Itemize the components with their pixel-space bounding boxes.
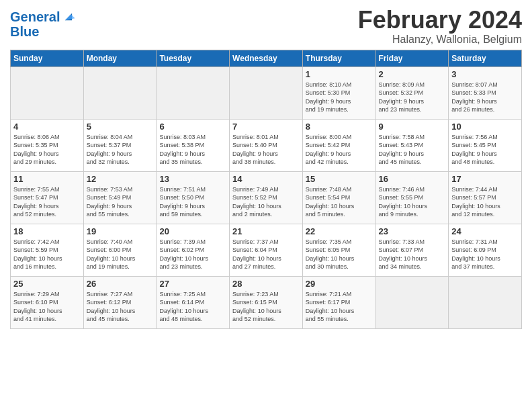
calendar-cell: 16Sunrise: 7:46 AM Sunset: 5:55 PM Dayli… [375,171,449,224]
day-number: 15 [306,174,373,184]
day-number: 28 [232,279,300,289]
day-number: 13 [159,174,226,184]
day-info: Sunrise: 8:03 AM Sunset: 5:38 PM Dayligh… [159,133,226,167]
calendar-week-3: 11Sunrise: 7:55 AM Sunset: 5:47 PM Dayli… [11,171,522,224]
title-block: February 2024 Halanzy, Wallonia, Belgium [358,7,522,46]
logo-blue-text: Blue [10,24,76,39]
calendar-cell: 10Sunrise: 7:56 AM Sunset: 5:45 PM Dayli… [449,119,522,171]
month-title: February 2024 [358,7,522,34]
calendar-cell: 1Sunrise: 8:10 AM Sunset: 5:30 PM Daylig… [302,66,375,119]
calendar-cell: 24Sunrise: 7:31 AM Sunset: 6:09 PM Dayli… [449,224,522,276]
day-info: Sunrise: 8:07 AM Sunset: 5:33 PM Dayligh… [451,81,519,114]
day-info: Sunrise: 8:00 AM Sunset: 5:42 PM Dayligh… [306,133,373,167]
calendar-cell [375,276,449,328]
calendar-table: SundayMondayTuesdayWednesdayThursdayFrid… [10,50,522,329]
day-info: Sunrise: 8:09 AM Sunset: 5:32 PM Dayligh… [379,81,446,114]
calendar-cell: 28Sunrise: 7:23 AM Sunset: 6:15 PM Dayli… [230,276,303,328]
col-header-wednesday: Wednesday [230,50,303,66]
col-header-thursday: Thursday [302,50,375,66]
day-number: 24 [451,226,519,236]
day-number: 29 [306,279,373,289]
calendar-cell [157,66,230,119]
day-number: 20 [159,226,226,236]
day-info: Sunrise: 7:44 AM Sunset: 5:57 PM Dayligh… [451,185,519,219]
calendar-cell: 2Sunrise: 8:09 AM Sunset: 5:32 PM Daylig… [375,66,449,119]
header: General Blue February 2024 Halanzy, Wall… [10,7,522,46]
col-header-sunday: Sunday [11,50,84,66]
calendar-cell: 23Sunrise: 7:33 AM Sunset: 6:07 PM Dayli… [375,224,449,276]
day-info: Sunrise: 7:55 AM Sunset: 5:47 PM Dayligh… [13,185,81,219]
day-info: Sunrise: 7:46 AM Sunset: 5:55 PM Dayligh… [379,185,446,219]
day-info: Sunrise: 7:40 AM Sunset: 6:00 PM Dayligh… [87,238,154,271]
calendar-cell: 25Sunrise: 7:29 AM Sunset: 6:10 PM Dayli… [11,276,84,328]
day-number: 5 [87,122,154,132]
calendar-cell: 12Sunrise: 7:53 AM Sunset: 5:49 PM Dayli… [83,171,157,224]
calendar-cell: 5Sunrise: 8:04 AM Sunset: 5:37 PM Daylig… [83,119,157,171]
day-info: Sunrise: 7:39 AM Sunset: 6:02 PM Dayligh… [159,238,226,271]
day-number: 26 [87,279,154,289]
calendar-cell: 3Sunrise: 8:07 AM Sunset: 5:33 PM Daylig… [449,66,522,119]
calendar-week-1: 1Sunrise: 8:10 AM Sunset: 5:30 PM Daylig… [11,66,522,119]
calendar-cell: 20Sunrise: 7:39 AM Sunset: 6:02 PM Dayli… [157,224,230,276]
calendar-week-5: 25Sunrise: 7:29 AM Sunset: 6:10 PM Dayli… [11,276,522,328]
calendar-cell: 15Sunrise: 7:48 AM Sunset: 5:54 PM Dayli… [302,171,375,224]
day-info: Sunrise: 7:31 AM Sunset: 6:09 PM Dayligh… [451,238,519,271]
col-header-friday: Friday [375,50,449,66]
col-header-tuesday: Tuesday [157,50,230,66]
day-info: Sunrise: 7:33 AM Sunset: 6:07 PM Dayligh… [379,238,446,271]
day-info: Sunrise: 7:27 AM Sunset: 6:12 PM Dayligh… [87,290,154,324]
day-number: 17 [451,174,519,184]
day-number: 25 [13,279,81,289]
logo-text: General [10,9,60,24]
day-info: Sunrise: 7:29 AM Sunset: 6:10 PM Dayligh… [13,290,81,324]
day-info: Sunrise: 7:53 AM Sunset: 5:49 PM Dayligh… [87,185,154,219]
col-header-saturday: Saturday [449,50,522,66]
calendar-week-4: 18Sunrise: 7:42 AM Sunset: 5:59 PM Dayli… [11,224,522,276]
calendar-cell: 14Sunrise: 7:49 AM Sunset: 5:52 PM Dayli… [230,171,303,224]
day-number: 1 [306,69,373,79]
day-info: Sunrise: 7:49 AM Sunset: 5:52 PM Dayligh… [232,185,300,219]
calendar-cell: 9Sunrise: 7:58 AM Sunset: 5:43 PM Daylig… [375,119,449,171]
day-number: 10 [451,122,519,132]
day-info: Sunrise: 8:10 AM Sunset: 5:30 PM Dayligh… [306,81,373,114]
day-info: Sunrise: 8:01 AM Sunset: 5:40 PM Dayligh… [232,133,300,167]
calendar-header-row: SundayMondayTuesdayWednesdayThursdayFrid… [11,50,522,66]
calendar-cell [230,66,303,119]
day-number: 18 [13,226,81,236]
day-info: Sunrise: 7:37 AM Sunset: 6:04 PM Dayligh… [232,238,300,271]
calendar-cell [83,66,157,119]
day-info: Sunrise: 7:51 AM Sunset: 5:50 PM Dayligh… [159,185,226,219]
day-info: Sunrise: 7:42 AM Sunset: 5:59 PM Dayligh… [13,238,81,271]
day-number: 23 [379,226,446,236]
page-container: General Blue February 2024 Halanzy, Wall… [0,0,532,336]
calendar-cell: 21Sunrise: 7:37 AM Sunset: 6:04 PM Dayli… [230,224,303,276]
day-info: Sunrise: 8:06 AM Sunset: 5:35 PM Dayligh… [13,133,81,167]
day-info: Sunrise: 7:35 AM Sunset: 6:05 PM Dayligh… [306,238,373,271]
day-info: Sunrise: 7:58 AM Sunset: 5:43 PM Dayligh… [379,133,446,167]
calendar-cell: 19Sunrise: 7:40 AM Sunset: 6:00 PM Dayli… [83,224,157,276]
calendar-cell: 7Sunrise: 8:01 AM Sunset: 5:40 PM Daylig… [230,119,303,171]
calendar-cell: 17Sunrise: 7:44 AM Sunset: 5:57 PM Dayli… [449,171,522,224]
day-number: 3 [451,69,519,79]
day-number: 2 [379,69,446,79]
calendar-cell: 13Sunrise: 7:51 AM Sunset: 5:50 PM Dayli… [157,171,230,224]
day-number: 16 [379,174,446,184]
calendar-cell: 18Sunrise: 7:42 AM Sunset: 5:59 PM Dayli… [11,224,84,276]
calendar-week-2: 4Sunrise: 8:06 AM Sunset: 5:35 PM Daylig… [11,119,522,171]
day-number: 12 [87,174,154,184]
col-header-monday: Monday [83,50,157,66]
day-info: Sunrise: 8:04 AM Sunset: 5:37 PM Dayligh… [87,133,154,167]
day-number: 8 [306,122,373,132]
calendar-cell [11,66,84,119]
location-subtitle: Halanzy, Wallonia, Belgium [358,34,522,46]
calendar-cell: 29Sunrise: 7:21 AM Sunset: 6:17 PM Dayli… [302,276,375,328]
day-number: 22 [306,226,373,236]
calendar-cell: 27Sunrise: 7:25 AM Sunset: 6:14 PM Dayli… [157,276,230,328]
calendar-cell [449,276,522,328]
day-number: 19 [87,226,154,236]
day-number: 9 [379,122,446,132]
day-number: 21 [232,226,300,236]
calendar-cell: 11Sunrise: 7:55 AM Sunset: 5:47 PM Dayli… [11,171,84,224]
day-number: 27 [159,279,226,289]
day-info: Sunrise: 7:56 AM Sunset: 5:45 PM Dayligh… [451,133,519,167]
